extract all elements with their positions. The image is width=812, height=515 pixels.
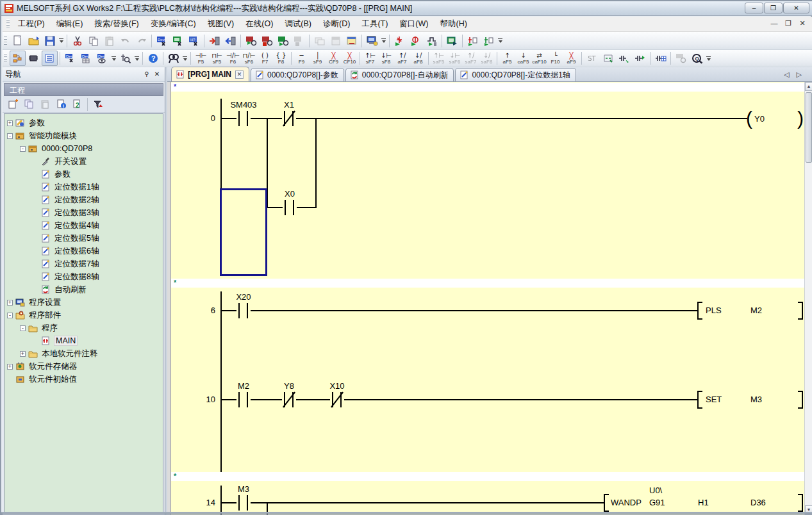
tree-expander-icon[interactable]: +: [7, 120, 13, 126]
undo-icon[interactable]: [117, 33, 133, 49]
ladder-tool-cf10-icon[interactable]: ╳ CF10: [342, 51, 358, 67]
monitor-pause-icon[interactable]: [291, 33, 307, 49]
zoom-icon[interactable]: Q: [689, 51, 705, 66]
ladder-tool-sf8-icon[interactable]: ↓⊢ sF8: [378, 51, 394, 67]
menu-item-6[interactable]: 调试(B): [279, 17, 317, 31]
device-search-dropdown[interactable]: [133, 51, 140, 65]
menu-item-1[interactable]: 编辑(E): [51, 17, 89, 31]
ladder-toolbar-overflow[interactable]: [705, 51, 712, 65]
menu-item-3[interactable]: 变换/编译(C): [145, 17, 202, 31]
statement-row[interactable]: *: [171, 472, 806, 481]
contact-y8-nc[interactable]: [282, 392, 296, 407]
pin-icon[interactable]: ⚲: [142, 70, 152, 79]
menu-item-9[interactable]: 窗口(W): [394, 17, 434, 31]
device-comment-table-icon[interactable]: [652, 51, 668, 66]
instruction-operand[interactable]: M3: [750, 395, 762, 404]
menubar-grip[interactable]: [6, 19, 10, 29]
open-project-icon[interactable]: [26, 33, 42, 49]
device-comment-monitor-icon[interactable]: Dev: [154, 33, 170, 49]
find-toolbar-overflow[interactable]: [181, 51, 188, 65]
mdi-minimize-button[interactable]: —: [770, 19, 779, 28]
device-display-dropdown[interactable]: [110, 51, 117, 65]
device-memory-table-icon[interactable]: Dev: [78, 51, 94, 66]
tree-item[interactable]: - 智能功能模块: [7, 129, 77, 142]
tree-expander-icon[interactable]: -: [20, 146, 26, 152]
tree-item[interactable]: - 程序: [20, 322, 58, 334]
paste-icon[interactable]: [101, 33, 117, 49]
project-info-icon[interactable]: i: [53, 97, 69, 112]
write-to-plc-icon[interactable]: [206, 33, 222, 49]
tree-expander-icon[interactable]: -: [20, 325, 26, 331]
watch-start-icon[interactable]: [465, 33, 481, 49]
cut-icon[interactable]: [69, 33, 85, 49]
document-tab-1[interactable]: 0000:QD70P8[]-参数: [251, 68, 344, 81]
find-icon[interactable]: [165, 51, 181, 66]
ladder-tool-saf8-icon[interactable]: ↓/ saF8: [479, 51, 495, 67]
tree-item[interactable]: - 程序部件: [7, 309, 61, 322]
program-list-icon[interactable]: [42, 51, 58, 66]
title-bar[interactable]: MELSOFT系列 GX Works2 F:\工程实践\PLC教材\结构化编程-…: [1, 1, 812, 16]
file-toolbar-overflow[interactable]: [58, 34, 65, 48]
monitor-write-mode-icon[interactable]: [275, 33, 291, 49]
tree-expander-icon[interactable]: -: [7, 313, 13, 318]
tree-item[interactable]: 软元件初始值: [7, 373, 77, 386]
pc-communication-icon[interactable]: [364, 33, 380, 49]
contact-m3[interactable]: [236, 495, 251, 511]
new-item-icon[interactable]: [5, 97, 21, 112]
instruction-mnemonic[interactable]: SET: [706, 395, 722, 404]
monitor-start-icon[interactable]: [243, 33, 259, 49]
ladder-tool-sf6-icon[interactable]: ⊓/⊢ sF6: [241, 51, 257, 67]
menu-item-8[interactable]: 工具(T): [356, 17, 394, 31]
toolbar-grip[interactable]: [4, 36, 7, 46]
contact-x20[interactable]: [236, 303, 251, 318]
close-button[interactable]: ✕: [783, 3, 809, 13]
instruction-operand[interactable]: M2: [750, 306, 762, 315]
new-project-icon[interactable]: [10, 33, 26, 49]
copy-item-icon[interactable]: [21, 97, 37, 112]
instruction-operand[interactable]: H1: [698, 498, 709, 507]
menu-item-4[interactable]: 视图(V): [202, 17, 240, 31]
tree-item[interactable]: + 本地软元件注释: [20, 347, 98, 360]
navigation-window-toggle-icon[interactable]: [10, 51, 26, 66]
ladder-tool-caf10-icon[interactable]: ⇄ caF10: [531, 51, 547, 67]
device-batch-monitor-icon[interactable]: [170, 33, 186, 49]
program-run-window-icon[interactable]: [444, 33, 460, 49]
contact-x10-nc[interactable]: [330, 392, 344, 407]
device-display-icon[interactable]: Dev: [94, 51, 110, 66]
menu-item-10[interactable]: 帮助(H): [434, 17, 472, 31]
contact-m2[interactable]: [236, 392, 251, 407]
ladder-tool-cf9-icon[interactable]: ╳ CF9: [326, 51, 342, 67]
ladder-tool-f7-icon[interactable]: ( ) F7: [257, 51, 273, 67]
contact-x0[interactable]: [283, 200, 297, 215]
monitor-stop-icon[interactable]: [259, 33, 275, 49]
ladder-tool-f5-icon[interactable]: ⊣⊢ F5: [193, 51, 209, 67]
ladder-tool-f8-icon[interactable]: { } F8: [273, 51, 289, 67]
ladder-tool-sf9-icon[interactable]: │ sF9: [310, 51, 326, 67]
ladder-monitor-start-icon[interactable]: [392, 33, 408, 49]
ladder-tool-af5-icon[interactable]: ↑ aF5: [499, 51, 515, 67]
tree-item[interactable]: + 程序设置: [7, 296, 61, 309]
tree-item[interactable]: 定位数据4轴: [33, 219, 99, 232]
refresh-view-icon[interactable]: 2: [69, 97, 85, 112]
ladder-tool-saf7-icon[interactable]: ↑/ saF7: [463, 51, 479, 67]
coil-label[interactable]: Y0: [754, 114, 765, 124]
window-dock-icon[interactable]: [327, 33, 344, 49]
tree-item[interactable]: + 参数: [7, 117, 45, 129]
scrollbar-thumb[interactable]: [806, 92, 812, 163]
device-search-icon[interactable]: [117, 51, 133, 66]
ladder-tool-saf6-icon[interactable]: ↓⊢ saF6: [447, 51, 463, 67]
watch-stop-icon[interactable]: [481, 33, 497, 49]
tree-item[interactable]: - 0000:QD70P8: [20, 142, 92, 155]
statement-edit-icon[interactable]: [632, 51, 648, 66]
intelligent-function-window-icon[interactable]: [344, 33, 360, 49]
instruction-mnemonic[interactable]: WANDP: [611, 498, 642, 507]
vertical-scrollbar[interactable]: ▲ ▼: [804, 82, 812, 514]
device-test-icon[interactable]: [673, 51, 689, 66]
tree-item[interactable]: 自动刷新: [33, 283, 87, 296]
toolbar2-grip[interactable]: [4, 53, 7, 63]
tree-item[interactable]: MAIN: [33, 334, 77, 347]
ladder-tool-f9-icon[interactable]: ─ F9: [294, 51, 310, 67]
instruction-operand[interactable]: D36: [750, 498, 766, 507]
instruction-mnemonic[interactable]: PLS: [706, 306, 722, 315]
minimize-button[interactable]: –: [745, 3, 763, 13]
